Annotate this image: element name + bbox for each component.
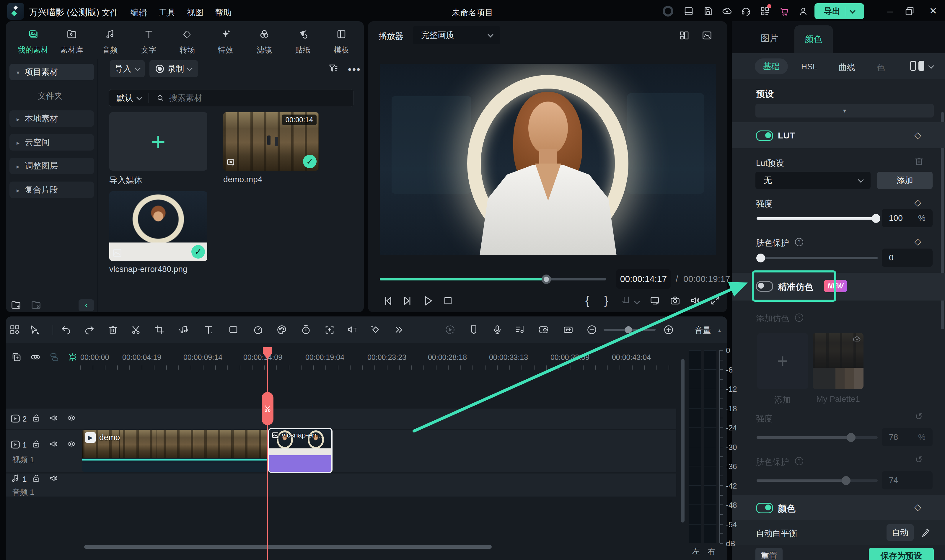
subtab-curves[interactable]: 曲线 — [839, 62, 855, 73]
play-icon[interactable] — [422, 295, 434, 307]
tab-filters[interactable]: 滤镜 — [257, 45, 272, 55]
lut-preset-dropdown[interactable]: 无 — [756, 172, 871, 189]
reset-button[interactable]: 重置 — [756, 548, 783, 560]
tab-image[interactable]: 图片 — [761, 32, 779, 45]
timeline-horizontal-scrollbar[interactable] — [84, 545, 492, 549]
lut-toggle[interactable] — [756, 131, 773, 141]
mimic-skin-knob[interactable] — [842, 476, 851, 485]
sidebar-item-adjustment-layer[interactable]: ▸调整图层 — [9, 158, 94, 174]
menu-tools[interactable]: 工具 — [159, 7, 175, 18]
player-seekbar[interactable] — [380, 278, 606, 280]
voiceover-mic-icon[interactable] — [489, 322, 506, 338]
mimic-strength-knob[interactable] — [846, 433, 856, 442]
lut-strength-keyframe-icon[interactable]: ◇ — [914, 197, 921, 208]
add-to-track-icon[interactable] — [11, 352, 22, 363]
keyframe-icon[interactable] — [367, 322, 384, 338]
lut-keyframe-icon[interactable]: ◇ — [914, 130, 921, 140]
redo-icon[interactable] — [81, 322, 97, 338]
next-frame-icon[interactable] — [402, 295, 414, 307]
compare-view-icon[interactable] — [910, 61, 924, 71]
lut-strength-value[interactable]: 100% — [882, 209, 933, 227]
delete-icon[interactable] — [105, 322, 121, 338]
menu-edit[interactable]: 编辑 — [131, 7, 147, 18]
tab-text[interactable]: 文字 — [141, 45, 157, 55]
undo-icon[interactable] — [58, 322, 74, 338]
media-browser-icon[interactable] — [6, 322, 23, 338]
playhead-scissors-pill[interactable] — [262, 392, 274, 425]
display-device-icon[interactable] — [650, 295, 660, 306]
quality-dropdown[interactable]: 完整画质 — [413, 26, 500, 44]
audio-mixer-icon[interactable] — [511, 322, 528, 338]
magnet-snap-icon[interactable] — [67, 352, 78, 363]
search-category[interactable]: 默认 — [117, 92, 133, 104]
mimic-skin-value[interactable]: 74 — [882, 471, 933, 489]
video-preview[interactable] — [380, 64, 716, 255]
lut-strength-slider[interactable] — [757, 217, 878, 220]
tab-my-media[interactable]: 我的素材 — [18, 45, 48, 55]
link-clips-icon[interactable] — [30, 352, 41, 363]
lock-icon[interactable] — [31, 439, 41, 449]
eye-icon[interactable] — [67, 439, 76, 449]
mimic-palette-card[interactable] — [813, 333, 863, 389]
eye-icon[interactable] — [67, 413, 76, 423]
unlink-clips-icon[interactable] — [49, 352, 60, 363]
mimic-strength-value[interactable]: 78% — [882, 428, 933, 446]
apps-grid-icon[interactable] — [760, 6, 770, 17]
playhead-line[interactable] — [267, 347, 268, 560]
lut-skin-value[interactable]: 0 — [882, 249, 933, 267]
timeline-clip-image[interactable]: vlcsnap-err... — [268, 428, 332, 473]
fullscreen-icon[interactable] — [710, 295, 720, 306]
save-icon[interactable] — [703, 6, 714, 17]
mimic-strength-reset-icon[interactable]: ↺ — [915, 411, 923, 422]
scopes-icon[interactable] — [702, 30, 712, 41]
timeline-vertical-scrollbar[interactable] — [681, 359, 685, 523]
awb-auto-button[interactable]: 自动 — [887, 524, 914, 541]
record-button[interactable]: 录制 — [149, 60, 198, 77]
lut-skin-knob[interactable] — [756, 254, 765, 262]
export-button[interactable]: 导出 — [814, 3, 864, 19]
seekbar-knob[interactable] — [542, 275, 551, 284]
mimic-skin-reset-icon[interactable]: ↺ — [915, 454, 923, 465]
lut-skin-keyframe-icon[interactable]: ◇ — [914, 236, 921, 246]
lut-trash-icon[interactable] — [914, 156, 924, 166]
speaker-icon[interactable] — [49, 413, 58, 423]
color-palette-icon[interactable] — [274, 322, 290, 338]
tab-transition[interactable]: 转场 — [180, 45, 195, 55]
window-close-button[interactable]: ✕ — [927, 5, 940, 17]
sidebar-item-compound-clip[interactable]: ▸复合片段 — [9, 182, 94, 198]
audio-beat-icon[interactable] — [175, 322, 192, 338]
split-scissors-icon[interactable] — [128, 322, 144, 338]
menu-view[interactable]: 视图 — [187, 7, 203, 18]
collapse-sidebar-button[interactable]: ‹ — [78, 299, 94, 311]
color-keyframe-icon[interactable]: ◇ — [914, 502, 921, 512]
reframe-icon[interactable] — [321, 322, 338, 338]
mimic-skin-slider[interactable] — [757, 479, 878, 482]
mute-speaker-icon[interactable] — [690, 295, 700, 306]
eyedropper-icon[interactable] — [920, 527, 931, 538]
mimic-strength-slider[interactable] — [757, 436, 878, 438]
tab-templates[interactable]: 模板 — [334, 45, 349, 55]
media-item-image[interactable]: ✓ — [109, 191, 207, 261]
snapshot-camera-icon[interactable] — [670, 295, 680, 306]
screen-record-icon[interactable] — [535, 322, 552, 338]
stop-icon[interactable] — [442, 295, 454, 307]
window-minimize-button[interactable]: – — [883, 5, 897, 17]
support-headset-icon[interactable] — [741, 6, 751, 17]
stopwatch-icon[interactable] — [298, 322, 314, 338]
lock-icon[interactable] — [31, 474, 41, 483]
window-restore-button[interactable] — [904, 6, 915, 17]
volume-collapse-icon[interactable]: ▴ — [718, 327, 721, 334]
timeline-clip-video[interactable]: ▶ demo — [82, 430, 268, 472]
search-bar[interactable]: 默认 搜索素材 — [109, 89, 354, 107]
import-media-tile[interactable]: + — [109, 112, 207, 171]
mark-in-icon[interactable]: { — [585, 294, 589, 307]
text-tool-icon[interactable] — [200, 322, 217, 338]
lut-skin-slider[interactable] — [757, 257, 878, 259]
tab-stock[interactable]: 素材库 — [60, 45, 83, 55]
select-tool-icon[interactable] — [26, 322, 43, 338]
previous-frame-icon[interactable] — [382, 295, 394, 307]
zoom-slider[interactable] — [603, 329, 656, 331]
tab-color[interactable]: 颜色 — [794, 25, 833, 53]
player-layout-icon[interactable] — [679, 30, 690, 41]
speed-tool-icon[interactable] — [250, 322, 266, 338]
